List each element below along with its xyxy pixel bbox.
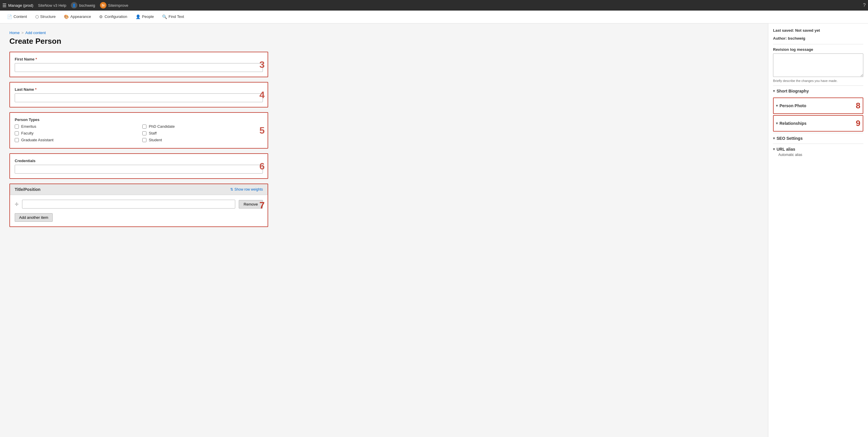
title-position-label: Title/Position — [15, 187, 40, 192]
first-name-required: * — [34, 57, 37, 61]
person-types-label: Person Types — [15, 117, 263, 122]
nav-appearance[interactable]: 🎨 Appearance — [60, 13, 94, 22]
checkbox-staff-input[interactable] — [142, 131, 147, 135]
section-num-9: 9 — [856, 119, 860, 128]
first-name-section: First Name * 3 — [9, 52, 268, 77]
title-position-row: ✛ Remove — [15, 200, 263, 208]
page-title: Create Person — [9, 37, 758, 46]
drag-handle[interactable]: ✛ — [15, 201, 19, 207]
last-saved-label: Last saved: — [773, 28, 794, 33]
url-alias-label: URL alias — [777, 147, 795, 152]
section-num-6: 6 — [259, 161, 265, 171]
first-name-input[interactable] — [15, 63, 263, 72]
short-biography-chevron: ▾ — [773, 89, 775, 93]
manage-label: Manage (prod) — [8, 3, 33, 8]
checkbox-student-input[interactable] — [142, 138, 147, 142]
siteimprove-menu[interactable]: Si Siteimprove — [100, 2, 128, 8]
breadcrumb-home[interactable]: Home — [9, 31, 20, 35]
show-row-weights-label: Show row weights — [234, 188, 263, 192]
checkbox-staff-label: Staff — [149, 131, 157, 135]
person-photo-label: Person Photo — [779, 103, 806, 108]
checkbox-faculty-label: Faculty — [21, 131, 33, 135]
main-content: Home > Add content Create Person First N… — [0, 24, 768, 437]
revision-log-section: Revision log message Briefly describe th… — [773, 44, 863, 86]
checkbox-faculty: Faculty — [15, 131, 135, 135]
person-types-section: Person Types Emeritus Faculty — [9, 112, 268, 148]
relationships-toggle[interactable]: ▾ Relationships 9 — [776, 119, 860, 128]
weights-icon: ⇅ — [230, 188, 233, 192]
url-alias-sub: Automatic alias — [773, 153, 863, 157]
url-alias-toggle[interactable]: ▾ URL alias — [773, 147, 863, 152]
top-bar-left: ☰ Manage (prod) SiteNow v3 Help 👤 bschwe… — [2, 2, 128, 8]
people-icon: 👤 — [135, 14, 141, 19]
checkbox-graduate-assistant: Graduate Assistant — [15, 138, 135, 142]
last-name-section: Last Name * 4 — [9, 82, 268, 107]
last-saved-value: Not saved yet — [795, 28, 820, 33]
section-num-3: 3 — [259, 59, 265, 70]
checkbox-student-label: Student — [149, 138, 162, 142]
show-row-weights[interactable]: ⇅ Show row weights — [230, 188, 263, 192]
breadcrumb-sep: > — [22, 31, 24, 35]
help-link[interactable]: SiteNow v3 Help — [38, 3, 66, 8]
short-biography-section: ▾ Short Biography — [773, 86, 863, 96]
user-avatar: 👤 — [71, 2, 78, 8]
nav-content[interactable]: 📄 Content — [3, 13, 31, 22]
checkbox-faculty-input[interactable] — [15, 131, 19, 135]
checkbox-phd-candidate-input[interactable] — [142, 125, 147, 129]
checkbox-phd-candidate: PhD Candidate — [142, 124, 263, 129]
nav-structure-label: Structure — [40, 14, 56, 19]
first-name-label: First Name * — [15, 57, 263, 61]
breadcrumb: Home > Add content — [9, 31, 758, 35]
author: Author: bschweig — [773, 36, 863, 40]
seo-settings-section: ▾ SEO Settings — [773, 133, 863, 144]
siteimprove-avatar: Si — [100, 2, 106, 8]
person-photo-toggle[interactable]: ▾ Person Photo 8 — [776, 101, 860, 110]
user-menu[interactable]: 👤 bschweig — [71, 2, 95, 8]
url-alias-section: ▾ URL alias Automatic alias — [773, 144, 863, 160]
author-label: Author: — [773, 36, 787, 40]
relationships-label: Relationships — [779, 121, 807, 126]
title-position-input[interactable] — [22, 200, 235, 208]
last-saved: Last saved: Not saved yet — [773, 28, 863, 33]
help-icon[interactable]: ? — [863, 3, 866, 8]
url-alias-chevron: ▾ — [773, 147, 775, 151]
checkbox-emeritus-label: Emeritus — [21, 124, 36, 129]
relationships-section: ▾ Relationships 9 — [773, 115, 863, 132]
checkbox-emeritus-input[interactable] — [15, 125, 19, 129]
breadcrumb-add-content[interactable]: Add content — [25, 31, 45, 35]
checkbox-graduate-assistant-label: Graduate Assistant — [21, 138, 54, 142]
sidebar: Last saved: Not saved yet Author: bschwe… — [768, 24, 868, 437]
checkbox-graduate-assistant-input[interactable] — [15, 138, 19, 142]
configuration-icon: ⚙ — [99, 14, 103, 19]
person-photo-chevron: ▾ — [776, 104, 778, 108]
checkbox-staff: Staff — [142, 131, 263, 135]
revision-log-textarea[interactable] — [773, 54, 863, 77]
seo-settings-toggle[interactable]: ▾ SEO Settings — [773, 136, 863, 141]
last-name-label: Last Name * — [15, 87, 263, 92]
nav-find-text[interactable]: 🔍 Find Text — [158, 13, 188, 22]
checkbox-student: Student — [142, 138, 263, 142]
section-num-8: 8 — [856, 101, 860, 110]
nav-content-label: Content — [13, 14, 27, 19]
title-position-section: Title/Position ⇅ Show row weights ✛ Remo… — [9, 183, 268, 227]
person-types-col2: PhD Candidate Staff Student — [142, 124, 263, 142]
revision-log-label: Revision log message — [773, 47, 863, 52]
person-types-grid: Emeritus Faculty Graduate Assistant — [15, 124, 263, 142]
last-name-input[interactable] — [15, 93, 263, 102]
checkbox-phd-candidate-label: PhD Candidate — [149, 124, 175, 129]
short-biography-toggle[interactable]: ▾ Short Biography — [773, 89, 863, 93]
add-another-container: Add another item — [15, 212, 263, 222]
manage-menu[interactable]: ☰ Manage (prod) — [2, 3, 33, 8]
add-another-button[interactable]: Add another item — [15, 213, 53, 222]
seo-settings-label: SEO Settings — [777, 136, 803, 141]
nav-structure[interactable]: ⬡ Structure — [32, 13, 59, 22]
author-value: bschweig — [788, 36, 805, 40]
top-bar: ☰ Manage (prod) SiteNow v3 Help 👤 bschwe… — [0, 0, 868, 10]
nav-people[interactable]: 👤 People — [132, 13, 157, 22]
nav-configuration[interactable]: ⚙ Configuration — [96, 13, 130, 22]
remove-button[interactable]: Remove — [239, 200, 263, 208]
credentials-input[interactable] — [15, 165, 263, 174]
credentials-section: Credentials 6 — [9, 153, 268, 179]
secondary-nav: 📄 Content ⬡ Structure 🎨 Appearance ⚙ Con… — [0, 10, 868, 24]
siteimprove-label: Siteimprove — [108, 3, 128, 8]
